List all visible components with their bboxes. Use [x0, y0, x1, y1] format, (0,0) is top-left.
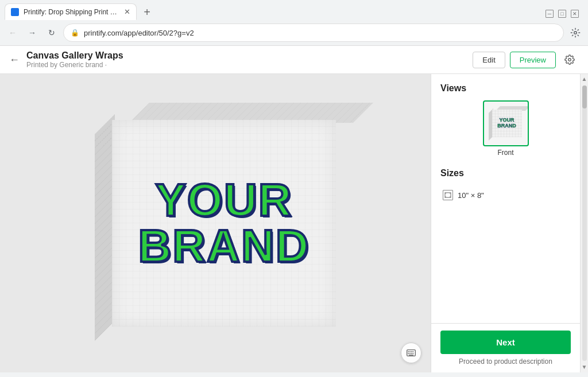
minimize-button[interactable]: ─ — [546, 10, 554, 18]
sizes-title: Sizes — [440, 168, 571, 178]
tab-title: Printify: Drop Shipping Print on D — [24, 8, 119, 16]
reload-button[interactable]: ↻ — [44, 25, 60, 41]
active-tab[interactable]: Printify: Drop Shipping Print on D ✕ — [5, 3, 137, 20]
forward-navigation-button[interactable]: → — [24, 25, 40, 41]
back-navigation-button[interactable]: ← — [5, 25, 21, 41]
right-panel: Views YOUR BRAND — [431, 74, 580, 372]
thumb-face: YOUR BRAND — [492, 110, 522, 137]
scrollbar[interactable]: ▲ ▼ — [580, 74, 588, 372]
app-header: ← Canvas Gallery Wraps Printed by Generi… — [0, 46, 588, 74]
header-actions: Edit Preview — [473, 50, 579, 69]
proceed-text: Proceed to product description — [440, 357, 571, 366]
maximize-button[interactable]: □ — [558, 10, 566, 18]
views-grid: YOUR BRAND Front — [440, 100, 571, 157]
scroll-up-arrow[interactable]: ▲ — [581, 75, 588, 83]
canvas-3d-wrap: YOUR BRAND — [55, 80, 376, 367]
lock-icon: 🔒 — [71, 29, 79, 37]
size-icon — [443, 190, 453, 200]
scroll-track[interactable] — [582, 85, 587, 361]
preview-button[interactable]: Preview — [510, 52, 556, 68]
panel-footer: Next Proceed to product description — [431, 323, 580, 372]
address-text: printify.com/app/editor/50/2?g=v2 — [84, 29, 556, 37]
views-section: Views YOUR BRAND — [440, 83, 571, 157]
svg-point-0 — [574, 32, 577, 34]
brand-line-1: YOUR — [138, 177, 310, 223]
canvas-front-face: YOUR BRAND — [112, 120, 336, 327]
next-button[interactable]: Next — [440, 331, 571, 354]
scroll-down-arrow[interactable]: ▼ — [581, 363, 588, 371]
back-button[interactable]: ← — [9, 54, 20, 66]
scroll-thumb[interactable] — [582, 85, 587, 108]
size-item[interactable]: 10" × 8" — [440, 185, 571, 205]
product-subtitle: Printed by Generic brand · — [26, 61, 466, 69]
canvas-3d: YOUR BRAND — [78, 103, 353, 344]
view-item-front[interactable]: YOUR BRAND Front — [440, 100, 571, 157]
brand-text: YOUR BRAND — [138, 177, 310, 269]
brand-line-2: BRAND — [138, 223, 310, 269]
new-tab-button[interactable]: + — [139, 4, 155, 20]
thumb-brand-2: BRAND — [497, 123, 516, 129]
address-bar[interactable]: 🔒 printify.com/app/editor/50/2?g=v2 — [63, 24, 564, 42]
thumb-canvas: YOUR BRAND — [486, 106, 525, 141]
keyboard-shortcut-button[interactable] — [401, 343, 421, 363]
view-label-front: Front — [497, 149, 513, 157]
settings-button[interactable] — [560, 50, 579, 69]
view-thumbnail-front[interactable]: YOUR BRAND — [483, 100, 529, 146]
tab-favicon — [11, 8, 19, 16]
sizes-section: Sizes 10" × 8" — [440, 168, 571, 205]
header-title-group: Canvas Gallery Wraps Printed by Generic … — [26, 50, 466, 69]
extensions-button[interactable] — [567, 25, 583, 41]
canvas-preview-area: YOUR BRAND — [0, 74, 431, 372]
edit-button[interactable]: Edit — [473, 52, 505, 68]
views-title: Views — [440, 83, 571, 94]
size-label: 10" × 8" — [458, 191, 484, 200]
close-window-button[interactable]: ✕ — [571, 10, 579, 18]
product-title: Canvas Gallery Wraps — [26, 50, 466, 61]
tab-close-icon[interactable]: ✕ — [124, 7, 130, 16]
svg-point-1 — [568, 59, 571, 61]
